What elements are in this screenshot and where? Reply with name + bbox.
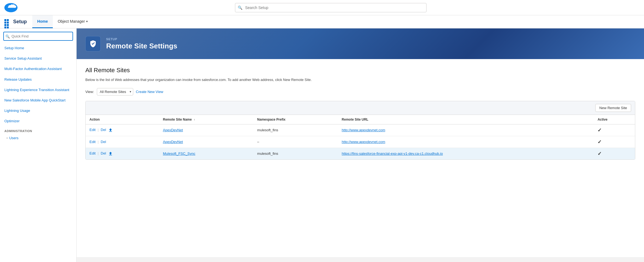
shield-check-icon	[89, 40, 97, 48]
col-header-namespace: Namespace Prefix	[253, 115, 338, 124]
sidebar-item-lightning-usage[interactable]: Lightning Usage	[0, 106, 76, 116]
site-name-cell: ApexDevNet	[159, 136, 254, 148]
table-row: Edit | Del ApexDevNet	[86, 124, 635, 136]
top-nav: 🔍	[0, 0, 644, 15]
second-nav: Setup Home Object Manager ▾	[0, 15, 644, 28]
action-links: Edit | Del	[89, 140, 106, 144]
action-cell: Edit | Del	[86, 124, 159, 136]
col-header-name: Remote Site Name ↑	[159, 115, 254, 124]
table-toolbar: New Remote Site	[86, 101, 635, 115]
setup-label: Setup	[13, 19, 27, 25]
upload-icon	[108, 128, 113, 133]
remote-sites-table: Action Remote Site Name ↑ Namespace Pref…	[86, 115, 635, 159]
sort-icon: ↑	[194, 118, 195, 121]
active-cell: ✓	[594, 124, 635, 136]
sidebar-search-area: 🔍	[0, 28, 76, 43]
create-new-view-link[interactable]: Create New View	[136, 90, 163, 94]
table-header-row: Action Remote Site Name ↑ Namespace Pref…	[86, 115, 635, 124]
sidebar-search-icon: 🔍	[5, 34, 10, 38]
section-title: All Remote Sites	[85, 67, 635, 74]
active-checkmark: ✓	[597, 151, 602, 156]
col-header-action: Action	[86, 115, 159, 124]
chevron-down-icon: ▾	[86, 20, 88, 23]
site-name-cell: ApexDevNet	[159, 124, 254, 136]
page-header-icon	[85, 36, 101, 51]
del-link[interactable]: Del	[101, 128, 106, 132]
action-cell: Edit | Del	[86, 136, 159, 148]
view-label: View:	[85, 90, 94, 94]
salesforce-logo	[4, 3, 18, 12]
sidebar: 🔍 Setup Home Service Setup Assistant Mul…	[0, 28, 77, 262]
url-cell: http://www.apexdevnet.com	[338, 136, 594, 148]
col-header-active: Active	[594, 115, 635, 124]
site-url-link[interactable]: http://www.apexdevnet.com	[342, 140, 385, 144]
table-container: New Remote Site Action Remote Site Name …	[85, 101, 635, 160]
view-select-wrapper: All Remote Sites ▾	[97, 88, 133, 95]
content-body: All Remote Sites Below is the list of We…	[77, 59, 644, 257]
search-icon: 🔍	[238, 5, 242, 10]
site-name-link[interactable]: Mulesoft_FSC_Sync	[163, 152, 196, 156]
active-cell: ✓	[594, 148, 635, 159]
table-row: Edit | Del ApexDevNet –	[86, 136, 635, 148]
table-row: Edit | Del Mulesoft_FSC_Sync	[86, 148, 635, 159]
site-url-link[interactable]: https://fins-salesforce-financial-exp-ap…	[342, 152, 443, 156]
site-name-cell: Mulesoft_FSC_Sync	[159, 148, 254, 159]
tab-home[interactable]: Home	[32, 15, 53, 28]
sidebar-item-optimizer[interactable]: Optimizer	[0, 116, 76, 126]
edit-link[interactable]: Edit	[89, 128, 95, 132]
active-checkmark: ✓	[597, 139, 602, 145]
sidebar-item-mfa[interactable]: Multi-Factor Authentication Assistant	[0, 64, 76, 74]
namespace-cell: mulesoft_fins	[253, 124, 338, 136]
main-layout: 🔍 Setup Home Service Setup Assistant Mul…	[0, 28, 644, 262]
chevron-right-icon: ›	[7, 136, 8, 139]
url-cell: https://fins-salesforce-financial-exp-ap…	[338, 148, 594, 159]
active-checkmark: ✓	[597, 127, 602, 133]
col-header-url: Remote Site URL	[338, 115, 594, 124]
action-links: Edit | Del	[89, 128, 113, 132]
upload-icon	[108, 151, 113, 156]
content-area: SETUP Remote Site Settings All Remote Si…	[77, 28, 644, 262]
site-name-link[interactable]: ApexDevNet	[163, 128, 183, 132]
page-header: SETUP Remote Site Settings	[77, 28, 644, 59]
url-cell: http://www.apexdevnet.com	[338, 124, 594, 136]
tab-object-manager[interactable]: Object Manager ▾	[53, 15, 93, 28]
search-input[interactable]	[235, 3, 427, 12]
sidebar-item-lightning-transition[interactable]: Lightning Experience Transition Assistan…	[0, 85, 76, 95]
quick-find-input[interactable]	[3, 32, 73, 41]
site-name-link[interactable]: ApexDevNet	[163, 140, 183, 144]
active-cell: ✓	[594, 136, 635, 148]
site-url-link[interactable]: http://www.apexdevnet.com	[342, 128, 385, 132]
top-nav-search-area: 🔍	[235, 3, 427, 12]
nav-tabs: Home Object Manager ▾	[32, 15, 93, 28]
sidebar-item-setup-home[interactable]: Setup Home	[0, 43, 76, 53]
del-link[interactable]: Del	[101, 140, 106, 144]
new-remote-site-button[interactable]: New Remote Site	[595, 104, 631, 112]
action-cell: Edit | Del	[86, 148, 159, 159]
edit-link[interactable]: Edit	[89, 140, 95, 144]
section-description: Below is the list of Web addresses that …	[85, 77, 635, 83]
sidebar-item-mobile-quickstart[interactable]: New Salesforce Mobile App QuickStart	[0, 95, 76, 106]
view-select[interactable]: All Remote Sites	[97, 88, 133, 95]
sidebar-section-administration: ADMINISTRATION	[0, 127, 76, 134]
sidebar-item-service-setup[interactable]: Service Setup Assistant	[0, 53, 76, 64]
setup-breadcrumb: SETUP	[106, 37, 177, 41]
action-links: Edit | Del	[89, 151, 113, 155]
view-bar: View: All Remote Sites ▾ Create New View	[85, 88, 635, 95]
sidebar-item-release-updates[interactable]: Release Updates	[0, 74, 76, 85]
page-header-text: SETUP Remote Site Settings	[106, 37, 177, 50]
del-link[interactable]: Del	[101, 151, 106, 155]
app-grid-icon[interactable]	[4, 19, 10, 25]
namespace-cell: mulesoft_fins	[253, 148, 338, 159]
sidebar-item-users[interactable]: › Users	[0, 134, 76, 142]
page-title: Remote Site Settings	[106, 42, 177, 50]
edit-link[interactable]: Edit	[89, 151, 95, 155]
namespace-cell: –	[253, 136, 338, 148]
